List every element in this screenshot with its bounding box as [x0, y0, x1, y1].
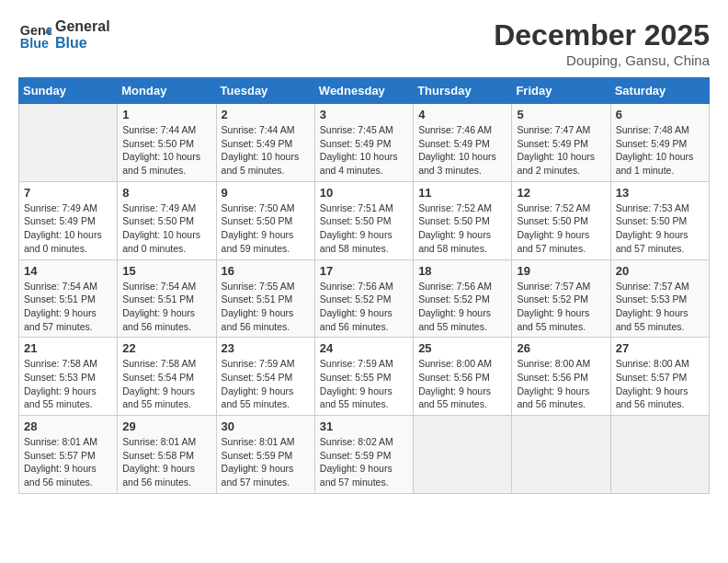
day-info: Sunrise: 8:01 AM Sunset: 5:59 PM Dayligh… [222, 435, 310, 489]
day-number: 6 [616, 108, 704, 121]
day-info: Sunrise: 7:53 AM Sunset: 5:50 PM Dayligh… [616, 201, 704, 256]
location: Douping, Gansu, China [494, 52, 710, 68]
calendar-cell: 11Sunrise: 7:52 AM Sunset: 5:50 PM Dayli… [414, 181, 512, 259]
day-info: Sunrise: 7:56 AM Sunset: 5:52 PM Dayligh… [320, 280, 408, 334]
day-info: Sunrise: 8:01 AM Sunset: 5:58 PM Dayligh… [122, 435, 210, 489]
day-number: 12 [517, 186, 605, 200]
svg-text:Blue: Blue [20, 36, 49, 51]
calendar-cell: 8Sunrise: 7:49 AM Sunset: 5:50 PM Daylig… [118, 181, 216, 259]
calendar-cell: 3Sunrise: 7:45 AM Sunset: 5:49 PM Daylig… [314, 104, 413, 182]
logo-icon: General Blue [18, 18, 51, 52]
calendar-cell: 10Sunrise: 7:51 AM Sunset: 5:50 PM Dayli… [314, 181, 413, 259]
weekday-header: Thursday [414, 78, 512, 104]
day-info: Sunrise: 7:49 AM Sunset: 5:49 PM Dayligh… [24, 201, 112, 256]
day-info: Sunrise: 7:44 AM Sunset: 5:50 PM Dayligh… [122, 123, 210, 178]
day-number: 1 [122, 108, 210, 121]
calendar-week-row: 28Sunrise: 8:01 AM Sunset: 5:57 PM Dayli… [19, 416, 710, 494]
day-info: Sunrise: 7:44 AM Sunset: 5:49 PM Dayligh… [222, 123, 310, 178]
day-number: 9 [222, 186, 310, 200]
day-number: 23 [222, 341, 310, 355]
day-info: Sunrise: 7:56 AM Sunset: 5:52 PM Dayligh… [418, 280, 506, 334]
day-number: 28 [24, 419, 112, 433]
calendar-cell: 31Sunrise: 8:02 AM Sunset: 5:59 PM Dayli… [314, 416, 413, 494]
calendar-table: SundayMondayTuesdayWednesdayThursdayFrid… [18, 77, 710, 494]
day-number: 4 [418, 108, 506, 121]
calendar-cell [414, 416, 512, 494]
day-info: Sunrise: 7:54 AM Sunset: 5:51 PM Dayligh… [122, 280, 210, 334]
calendar-cell: 1Sunrise: 7:44 AM Sunset: 5:50 PM Daylig… [118, 104, 216, 182]
day-info: Sunrise: 8:00 AM Sunset: 5:56 PM Dayligh… [517, 357, 605, 411]
day-number: 2 [222, 108, 310, 121]
calendar-week-row: 14Sunrise: 7:54 AM Sunset: 5:51 PM Dayli… [19, 259, 710, 338]
calendar-cell: 12Sunrise: 7:52 AM Sunset: 5:50 PM Dayli… [512, 181, 610, 259]
calendar-cell: 27Sunrise: 8:00 AM Sunset: 5:57 PM Dayli… [610, 338, 709, 416]
day-number: 8 [122, 186, 210, 200]
calendar-cell: 13Sunrise: 7:53 AM Sunset: 5:50 PM Dayli… [610, 181, 709, 259]
calendar-cell: 26Sunrise: 8:00 AM Sunset: 5:56 PM Dayli… [512, 338, 610, 416]
day-info: Sunrise: 8:00 AM Sunset: 5:57 PM Dayligh… [616, 357, 704, 411]
calendar-cell: 19Sunrise: 7:57 AM Sunset: 5:52 PM Dayli… [512, 259, 610, 338]
calendar-cell: 9Sunrise: 7:50 AM Sunset: 5:50 PM Daylig… [216, 181, 314, 259]
weekday-header: Wednesday [314, 78, 413, 104]
day-info: Sunrise: 7:57 AM Sunset: 5:52 PM Dayligh… [517, 280, 605, 334]
day-number: 3 [320, 108, 408, 121]
day-number: 15 [122, 264, 210, 278]
calendar-cell: 21Sunrise: 7:58 AM Sunset: 5:53 PM Dayli… [19, 338, 118, 416]
calendar-week-row: 21Sunrise: 7:58 AM Sunset: 5:53 PM Dayli… [19, 338, 710, 416]
calendar-cell: 16Sunrise: 7:55 AM Sunset: 5:51 PM Dayli… [216, 259, 314, 338]
day-number: 19 [517, 264, 605, 278]
day-info: Sunrise: 8:00 AM Sunset: 5:56 PM Dayligh… [418, 357, 506, 411]
day-info: Sunrise: 7:52 AM Sunset: 5:50 PM Dayligh… [517, 201, 605, 256]
day-info: Sunrise: 8:01 AM Sunset: 5:57 PM Dayligh… [24, 435, 112, 489]
calendar-cell: 2Sunrise: 7:44 AM Sunset: 5:49 PM Daylig… [216, 104, 314, 182]
day-number: 11 [418, 186, 506, 200]
logo: General Blue General Blue [18, 18, 110, 52]
calendar-week-row: 1Sunrise: 7:44 AM Sunset: 5:50 PM Daylig… [19, 104, 710, 182]
day-info: Sunrise: 7:54 AM Sunset: 5:51 PM Dayligh… [24, 280, 112, 334]
logo-text-line1: General [55, 18, 110, 35]
day-number: 22 [122, 341, 210, 355]
calendar-cell: 6Sunrise: 7:48 AM Sunset: 5:49 PM Daylig… [610, 104, 709, 182]
day-info: Sunrise: 7:57 AM Sunset: 5:53 PM Dayligh… [616, 280, 704, 334]
day-info: Sunrise: 7:48 AM Sunset: 5:49 PM Dayligh… [616, 123, 704, 178]
calendar-cell: 22Sunrise: 7:58 AM Sunset: 5:54 PM Dayli… [118, 338, 216, 416]
day-info: Sunrise: 7:58 AM Sunset: 5:53 PM Dayligh… [24, 357, 112, 411]
logo-text-line2: Blue [55, 35, 110, 52]
title-block: December 2025 Douping, Gansu, China [494, 18, 710, 68]
weekday-header: Tuesday [216, 78, 314, 104]
day-info: Sunrise: 7:52 AM Sunset: 5:50 PM Dayligh… [418, 201, 506, 256]
day-number: 14 [24, 264, 112, 278]
day-number: 10 [320, 186, 408, 200]
weekday-header: Saturday [610, 78, 709, 104]
day-number: 7 [24, 186, 112, 200]
day-info: Sunrise: 8:02 AM Sunset: 5:59 PM Dayligh… [320, 435, 408, 489]
calendar-cell: 28Sunrise: 8:01 AM Sunset: 5:57 PM Dayli… [19, 416, 118, 494]
day-info: Sunrise: 7:47 AM Sunset: 5:49 PM Dayligh… [517, 123, 605, 178]
day-info: Sunrise: 7:59 AM Sunset: 5:55 PM Dayligh… [320, 357, 408, 411]
calendar-cell: 7Sunrise: 7:49 AM Sunset: 5:49 PM Daylig… [19, 181, 118, 259]
day-number: 25 [418, 341, 506, 355]
day-info: Sunrise: 7:58 AM Sunset: 5:54 PM Dayligh… [122, 357, 210, 411]
calendar-cell [512, 416, 610, 494]
day-info: Sunrise: 7:46 AM Sunset: 5:49 PM Dayligh… [418, 123, 506, 178]
day-number: 31 [320, 419, 408, 433]
page-header: General Blue General Blue December 2025 … [18, 18, 710, 68]
weekday-header: Monday [118, 78, 216, 104]
calendar-cell: 5Sunrise: 7:47 AM Sunset: 5:49 PM Daylig… [512, 104, 610, 182]
day-number: 18 [418, 264, 506, 278]
weekday-row: SundayMondayTuesdayWednesdayThursdayFrid… [19, 78, 710, 104]
calendar-cell: 23Sunrise: 7:59 AM Sunset: 5:54 PM Dayli… [216, 338, 314, 416]
month-title: December 2025 [494, 18, 710, 52]
calendar-cell: 29Sunrise: 8:01 AM Sunset: 5:58 PM Dayli… [118, 416, 216, 494]
day-info: Sunrise: 7:45 AM Sunset: 5:49 PM Dayligh… [320, 123, 408, 178]
day-number: 21 [24, 341, 112, 355]
day-info: Sunrise: 7:51 AM Sunset: 5:50 PM Dayligh… [320, 201, 408, 256]
weekday-header: Friday [512, 78, 610, 104]
day-number: 26 [517, 341, 605, 355]
day-number: 20 [616, 264, 704, 278]
calendar-body: 1Sunrise: 7:44 AM Sunset: 5:50 PM Daylig… [19, 104, 710, 494]
calendar-week-row: 7Sunrise: 7:49 AM Sunset: 5:49 PM Daylig… [19, 181, 710, 259]
day-number: 27 [616, 341, 704, 355]
calendar-cell: 20Sunrise: 7:57 AM Sunset: 5:53 PM Dayli… [610, 259, 709, 338]
day-number: 5 [517, 108, 605, 121]
